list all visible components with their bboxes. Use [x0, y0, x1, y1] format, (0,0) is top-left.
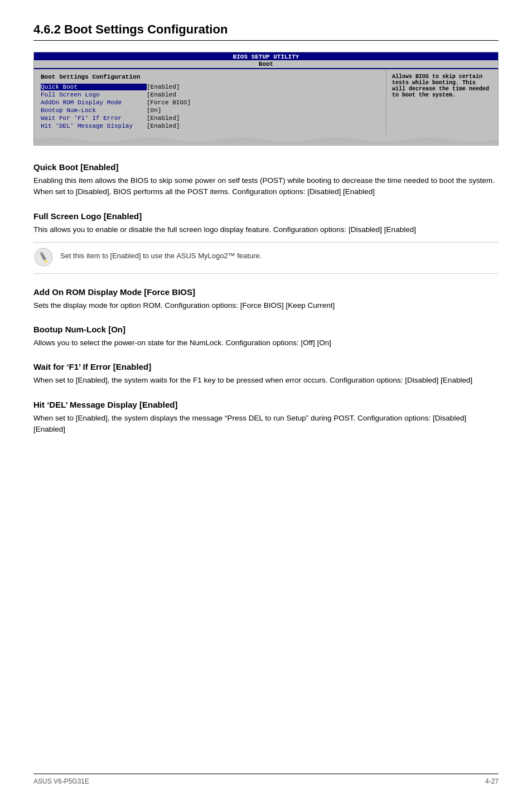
note-text: Set this item to [Enabled] to use the AS… [60, 247, 262, 260]
bios-sidebar: Allows BIOS to skip certain tests while … [386, 69, 498, 135]
bios-item: Full Screen Logo[Enabled [41, 91, 379, 98]
section-body-wait-f1: When set to [Enabled], the system waits … [33, 375, 499, 386]
note-box: Set this item to [Enabled] to use the AS… [33, 242, 499, 274]
page-title: 4.6.2 Boot Settings Configuration [33, 22, 499, 41]
bios-item-value: [Enabled] [147, 115, 180, 122]
bios-item-value: [Enabled [147, 91, 176, 98]
bios-main-panel: Boot Settings Configuration Quick Boot[E… [34, 69, 386, 135]
bios-body: Boot Settings Configuration Quick Boot[E… [34, 69, 498, 135]
section-body-full-screen-logo: This allows you to enable or disable the… [33, 224, 499, 235]
pencil-icon [33, 247, 54, 269]
bios-wave [34, 135, 498, 145]
section-heading-quick-boot: Quick Boot [Enabled] [33, 162, 499, 172]
bios-item-value: [On] [147, 107, 161, 114]
bios-item-label: Wait For 'F1' If Error [41, 115, 147, 122]
section-heading-wait-f1: Wait for ‘F1’ If Error [Enabled] [33, 362, 499, 371]
footer: ASUS V6-P5G31E 4-27 [33, 774, 499, 785]
section-heading-full-screen-logo: Full Screen Logo [Enabled] [33, 211, 499, 221]
section-body-addon-rom: Sets the display mode for option ROM. Co… [33, 300, 499, 311]
bios-item-value: [Enabled] [147, 123, 180, 129]
bios-item: AddOn ROM Display Mode[Force BIOS] [41, 99, 379, 106]
bios-section-title: Boot Settings Configuration [41, 74, 379, 80]
bios-item: Bootup Num-Lock[On] [41, 107, 379, 114]
bios-item-value: [Enabled] [147, 84, 180, 90]
bios-item-value: [Force BIOS] [147, 99, 191, 106]
bios-item-label: Full Screen Logo [41, 91, 147, 98]
bios-utility-title: BIOS SETUP UTILITY [34, 54, 498, 60]
footer-right: 4-27 [485, 777, 499, 785]
section-heading-addon-rom: Add On ROM Display Mode [Force BIOS] [33, 287, 499, 297]
bios-items-list: Quick Boot[Enabled]Full Screen Logo[Enab… [41, 84, 379, 129]
section-heading-bootup-numlock: Bootup Num-Lock [On] [33, 325, 499, 334]
section-body-quick-boot: Enabling this item allows the BIOS to sk… [33, 175, 499, 198]
bios-item-label: Bootup Num-Lock [41, 107, 147, 114]
section-body-bootup-numlock: Allows you to select the power-on state … [33, 337, 499, 349]
bios-header: BIOS SETUP UTILITY Boot [34, 52, 498, 69]
footer-left: ASUS V6-P5G31E [33, 777, 89, 785]
section-body-hit-del: When set to [Enabled], the system displa… [33, 413, 499, 436]
bios-item-label: AddOn ROM Display Mode [41, 99, 147, 106]
bios-screenshot: BIOS SETUP UTILITY Boot Boot Settings Co… [33, 52, 499, 146]
bios-item-label: Hit 'DEL' Message Display [41, 123, 147, 129]
bios-item-label: Quick Boot [41, 84, 147, 90]
section-heading-hit-del: Hit ‘DEL’ Message Display [Enabled] [33, 400, 499, 409]
bios-item: Wait For 'F1' If Error[Enabled] [41, 115, 379, 122]
bios-tab: Boot [34, 60, 498, 68]
sections-container: Quick Boot [Enabled]Enabling this item a… [33, 162, 499, 435]
bios-item: Quick Boot[Enabled] [41, 84, 379, 90]
bios-item: Hit 'DEL' Message Display[Enabled] [41, 123, 379, 129]
